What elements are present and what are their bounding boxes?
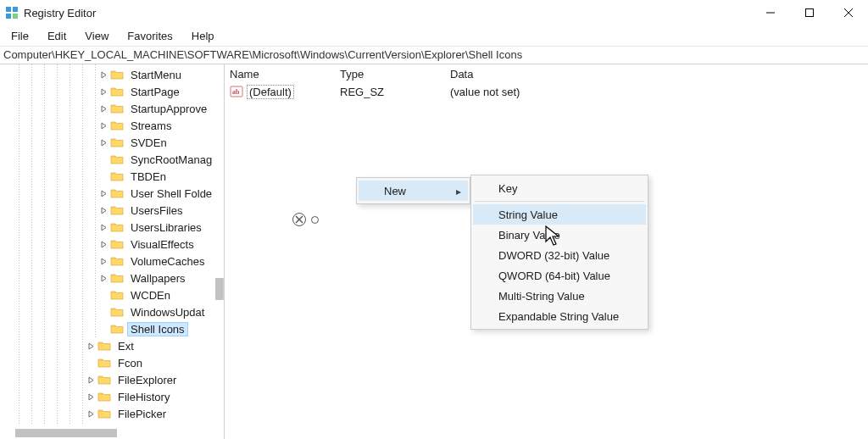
folder-icon [110, 271, 124, 285]
tree-item[interactable]: FilePicker [0, 405, 224, 422]
tree-item-label: StartupApprove [127, 102, 210, 116]
submenu-string-value[interactable]: String Value [473, 204, 646, 225]
tree-item-label: StartPage [127, 85, 183, 99]
col-name[interactable]: Name [225, 68, 335, 81]
chevron-right-icon[interactable] [85, 391, 97, 403]
folder-icon [110, 119, 124, 132]
folder-icon [110, 85, 124, 98]
tree-item[interactable]: VolumeCaches [0, 253, 224, 270]
tree-item[interactable]: User Shell Folde [0, 185, 224, 202]
chevron-right-icon[interactable] [85, 340, 97, 352]
context-submenu-new[interactable]: Key String Value Binary Value DWORD (32-… [470, 175, 648, 330]
context-menu-new-label: New [384, 185, 406, 197]
tree-item[interactable]: Streams [0, 117, 224, 134]
folder-icon [110, 322, 124, 336]
tree-item-label: VisualEffects [127, 237, 198, 252]
tree-item[interactable]: StartupApprove [0, 100, 224, 117]
tree-item[interactable]: VisualEffects [0, 236, 224, 253]
submenu-multistring-value[interactable]: Multi-String Value [473, 286, 646, 306]
tree-item[interactable]: SVDEn [0, 134, 224, 151]
tree-item[interactable]: StartMenu [0, 66, 224, 83]
svg-rect-0 [6, 7, 11, 12]
svg-rect-1 [13, 7, 18, 12]
col-data[interactable]: Data [445, 68, 868, 81]
tree-item-label: FileHistory [114, 390, 173, 404]
folder-icon [110, 153, 124, 166]
tree-item[interactable]: UsersFiles [0, 202, 224, 219]
chevron-right-icon[interactable] [97, 187, 109, 199]
tree-item[interactable]: FileExplorer [0, 371, 224, 388]
folder-icon [97, 339, 111, 353]
tree-item[interactable]: StartPage [0, 83, 224, 100]
folder-icon [110, 237, 124, 251]
menu-favorites[interactable]: Favorites [118, 27, 181, 45]
tree-item[interactable]: Wallpapers [0, 270, 224, 286]
value-row[interactable]: ab(Default)REG_SZ(value not set) [225, 83, 868, 100]
tree-pane[interactable]: StartMenuStartPageStartupApproveStreamsS… [0, 64, 225, 439]
overlay-circle [311, 216, 319, 224]
menu-edit[interactable]: Edit [38, 27, 75, 45]
chevron-right-icon[interactable] [97, 103, 109, 114]
tree-item[interactable]: SyncRootManag [0, 151, 224, 168]
tree-item-label: Shell Icons [127, 322, 188, 336]
menu-help[interactable]: Help [182, 27, 224, 45]
folder-icon [110, 254, 124, 268]
tree-scrollbar-horizontal[interactable] [15, 429, 117, 437]
tree-scrollbar-vertical[interactable] [215, 278, 224, 300]
titlebar: Registry Editor [0, 0, 868, 25]
values-pane[interactable]: Name Type Data ab(Default)REG_SZ(value n… [225, 64, 868, 439]
svg-text:ab: ab [232, 88, 240, 96]
chevron-right-icon[interactable] [85, 408, 97, 420]
folder-icon [97, 407, 111, 420]
tree-item[interactable]: Fcon [0, 354, 224, 371]
address-bar[interactable]: Computer\HKEY_LOCAL_MACHINE\SOFTWARE\Mic… [0, 46, 868, 64]
folder-icon [110, 186, 124, 200]
chevron-right-icon[interactable] [97, 238, 109, 250]
chevron-right-icon[interactable] [97, 69, 109, 81]
chevron-right-icon[interactable] [85, 374, 97, 386]
chevron-right-icon[interactable] [97, 255, 109, 267]
submenu-qword-value[interactable]: QWORD (64-bit) Value [473, 265, 646, 286]
close-button[interactable] [829, 0, 868, 25]
menu-file[interactable]: File [2, 27, 38, 45]
submenu-binary-value[interactable]: Binary Value [473, 225, 646, 245]
tree-item[interactable]: Ext [0, 337, 224, 354]
tree-item[interactable]: WindowsUpdat [0, 303, 224, 320]
chevron-right-icon[interactable] [97, 119, 109, 131]
menubar: File Edit View Favorites Help [0, 25, 868, 46]
tree-item-label: StartMenu [127, 68, 185, 82]
tree-item[interactable]: TBDEn [0, 168, 224, 185]
tree-item-label: UsersLibraries [127, 220, 205, 235]
tree-item[interactable]: WCDEn [0, 286, 224, 303]
tree-item-label: Streams [127, 119, 175, 133]
chevron-right-icon[interactable] [97, 204, 109, 216]
tree-item-label: Wallpapers [127, 271, 189, 286]
context-menu-new[interactable]: New ▸ [359, 181, 468, 201]
maximize-button[interactable] [790, 0, 829, 25]
value-data: (value not set) [445, 86, 868, 98]
tree-item[interactable]: FileHistory [0, 388, 224, 405]
chevron-right-icon[interactable] [97, 86, 109, 97]
values-columns: Name Type Data [225, 64, 868, 83]
submenu-dword-value[interactable]: DWORD (32-bit) Value [473, 245, 646, 265]
tree-item[interactable]: Shell Icons [0, 320, 224, 337]
tree-item[interactable]: UsersLibraries [0, 219, 224, 236]
chevron-right-icon[interactable] [97, 272, 109, 284]
col-type[interactable]: Type [335, 68, 445, 81]
submenu-expandablestring-value[interactable]: Expandable String Value [473, 306, 646, 326]
folder-icon [110, 305, 124, 319]
value-type: REG_SZ [335, 86, 445, 98]
folder-icon [110, 203, 124, 217]
chevron-right-icon[interactable] [97, 221, 109, 233]
chevron-right-icon[interactable] [97, 136, 109, 148]
tree-item-label: UsersFiles [127, 203, 186, 218]
minimize-button[interactable] [751, 0, 790, 25]
submenu-key[interactable]: Key [473, 178, 646, 198]
context-menu[interactable]: New ▸ [356, 177, 470, 204]
tree-item-label: SVDEn [127, 136, 170, 150]
menu-view[interactable]: View [75, 27, 118, 45]
folder-icon [110, 169, 124, 183]
window-title: Registry Editor [24, 7, 96, 19]
tree-item-label: Fcon [114, 356, 146, 370]
tree-item-label: WindowsUpdat [127, 305, 208, 320]
